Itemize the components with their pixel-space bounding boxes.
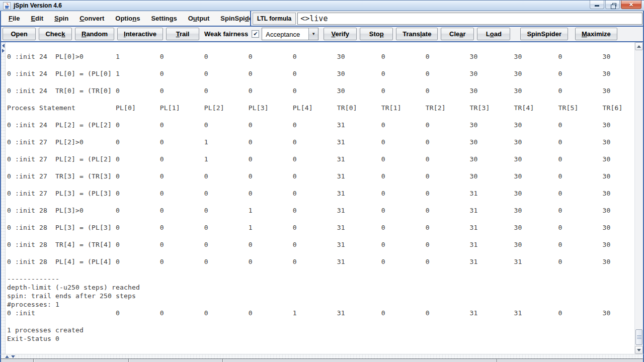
window-title: jSpin Version 4.6 (14, 2, 62, 9)
expand-up-icon[interactable] (5, 355, 9, 358)
toolbar: Open Check Random Interactive Trail Weak… (0, 27, 644, 42)
menu-bar: File Edit Spin Convert Options Settings … (1, 11, 250, 26)
check-button[interactable]: Check (39, 28, 72, 40)
java-icon (3, 2, 11, 10)
arrow-up-icon (637, 45, 641, 48)
menu-item-options[interactable]: Options (110, 15, 145, 22)
spinspider-button[interactable]: SpinSpider (520, 28, 568, 40)
ltl-formula-input[interactable] (297, 13, 642, 25)
chevron-down-icon[interactable]: ▼ (308, 28, 318, 40)
arrow-down-icon (637, 349, 641, 351)
vertical-scrollbar[interactable] (634, 42, 643, 354)
output-area: 0 :init 30 PL[0] = (PL[0] 0 0 0 0 0 30 0… (0, 42, 644, 354)
maximize-button[interactable]: Maximize (575, 28, 617, 40)
spin-output-console[interactable]: 0 :init 30 PL[0] = (PL[0] 0 0 0 0 0 30 0… (7, 42, 633, 343)
menu-item-edit[interactable]: Edit (25, 15, 49, 22)
load-button[interactable]: Load (477, 28, 510, 40)
menu-item-spin[interactable]: Spin (49, 15, 74, 22)
scroll-down-button[interactable] (635, 346, 643, 354)
bottom-panel-segment-divider (33, 359, 34, 362)
expand-right-icon[interactable] (2, 49, 5, 53)
close-button[interactable]: ✕ (621, 1, 641, 9)
menu-item-convert[interactable]: Convert (74, 15, 110, 22)
check-icon: ✔ (253, 31, 258, 37)
acceptance-combobox-value: Acceptance (262, 28, 308, 40)
restore-button[interactable] (605, 1, 620, 9)
minimize-icon (595, 5, 599, 7)
scrollbar-thumb[interactable] (635, 329, 642, 345)
minimize-button[interactable] (590, 1, 604, 9)
menu-row: File Edit Spin Convert Options Settings … (0, 11, 644, 27)
menu-item-settings[interactable]: Settings (145, 15, 182, 22)
menu-item-file[interactable]: File (3, 15, 25, 22)
weak-fairness-checkbox[interactable]: ✔ (252, 30, 259, 38)
ltl-formula-label: LTL formula (253, 13, 296, 25)
title-bar[interactable]: jSpin Version 4.6 ✕ (0, 0, 644, 11)
bottom-panel-segment-divider (128, 359, 129, 362)
weak-fairness-label: Weak fairness (204, 30, 248, 38)
translate-button[interactable]: Translate (396, 28, 438, 40)
collapse-left-icon[interactable] (2, 44, 5, 48)
stop-button[interactable]: Stop (360, 28, 393, 40)
close-icon: ✕ (621, 1, 641, 9)
open-button[interactable]: Open (3, 28, 36, 40)
random-button[interactable]: Random (75, 28, 114, 40)
bottom-panel-segment-divider (497, 359, 497, 362)
menu-item-output[interactable]: Output (183, 15, 215, 22)
scroll-up-button[interactable] (635, 42, 643, 50)
verify-button[interactable]: Verify (324, 28, 357, 40)
bottom-panel-edge (0, 358, 644, 362)
trail-button[interactable]: Trail (166, 28, 199, 40)
window-controls: ✕ (590, 1, 641, 9)
collapse-down-icon[interactable] (11, 355, 15, 358)
acceptance-combobox[interactable]: Acceptance ▼ (262, 28, 318, 40)
jspin-window: jSpin Version 4.6 ✕ File Edit Spin Conve… (0, 0, 644, 362)
bottom-panel-segment-divider (222, 359, 223, 362)
clear-button[interactable]: Clear (441, 28, 474, 40)
left-split-divider[interactable] (1, 42, 6, 354)
restore-icon (612, 3, 616, 7)
bottom-split-divider[interactable] (0, 354, 644, 358)
ltl-formula-panel: LTL formula (250, 11, 643, 26)
thumb-grip-icon (637, 337, 641, 337)
interactive-button[interactable]: Interactive (117, 28, 163, 40)
